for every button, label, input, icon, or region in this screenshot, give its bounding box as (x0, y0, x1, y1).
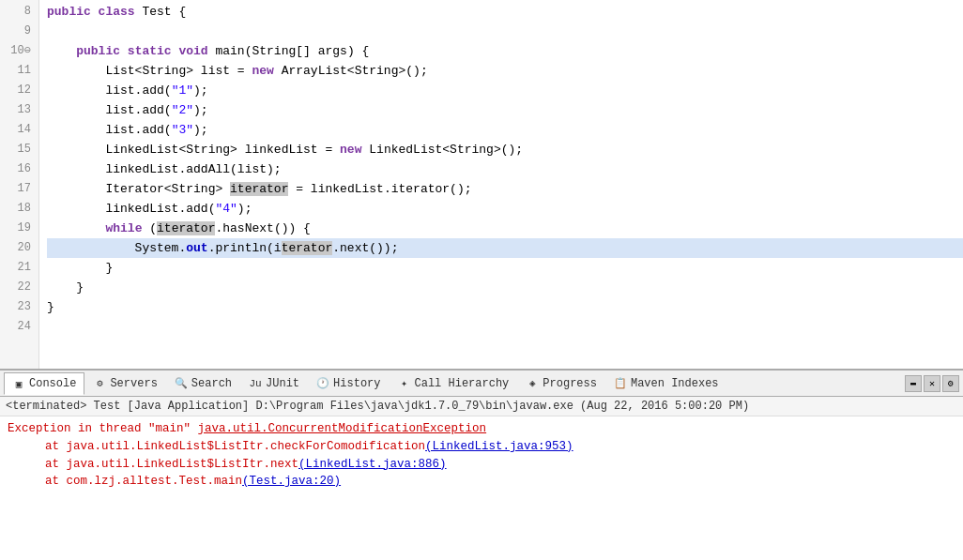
line-number: 18 (8, 199, 31, 219)
line-number: 20 (8, 238, 31, 258)
line-number: 17 (8, 179, 31, 199)
maven-icon: 📋 (614, 377, 627, 390)
close-console-button[interactable]: ✕ (924, 375, 940, 392)
tab-maven-indexes[interactable]: 📋Maven Indexes (605, 372, 727, 395)
line-numbers: 8910⊖1112131415161718192021222324 (0, 0, 39, 369)
line-number: 12 (8, 81, 31, 100)
code-line: } (47, 297, 963, 317)
tab-history[interactable]: 🕐History (308, 372, 389, 395)
code-line: Iterator<String> iterator = linkedList.i… (47, 179, 963, 199)
stack-prefix: at java.util.LinkedList$ListItr.checkFor… (45, 440, 425, 453)
code-editor[interactable]: 8910⊖1112131415161718192021222324 public… (0, 0, 963, 371)
stack-link[interactable]: (LinkedList.java:953) (425, 440, 573, 453)
code-line: list.add("3"); (47, 120, 963, 140)
code-line: list.add("2"); (47, 100, 963, 120)
search-icon: 🔍 (175, 377, 188, 390)
tab-label: Servers (110, 377, 157, 390)
tab-progress[interactable]: ◈Progress (517, 372, 605, 395)
console-line: at java.util.LinkedList$ListItr.checkFor… (8, 438, 955, 456)
stack-prefix: at com.lzj.alltest.Test.main (45, 475, 242, 488)
code-line: List<String> list = new ArrayList<String… (47, 61, 963, 81)
line-number: 9 (8, 22, 31, 41)
code-content[interactable]: public class Test { public static void m… (39, 0, 963, 369)
console-line: Exception in thread "main" java.util.Con… (8, 420, 955, 438)
line-number: 16 (8, 159, 31, 179)
console-output[interactable]: Exception in thread "main" java.util.Con… (0, 416, 963, 560)
tab-controls: ▬✕⚙ (905, 375, 959, 392)
code-line: while (iterator.hasNext()) { (47, 219, 963, 238)
tab-label: Console (29, 377, 76, 390)
tab-servers[interactable]: ⚙Servers (84, 372, 165, 395)
line-number: 15 (8, 140, 31, 159)
tab-bar: ▣Console⚙Servers🔍SearchJuJUnit🕐History✦C… (0, 371, 963, 397)
code-line: public class Test { (47, 2, 963, 22)
console-header: <terminated> Test [Java Application] D:\… (0, 397, 963, 416)
line-number: 14 (8, 120, 31, 140)
call-icon: ✦ (398, 377, 411, 390)
code-line: linkedList.addAll(list); (47, 159, 963, 179)
minimize-button[interactable]: ▬ (905, 375, 922, 392)
tab-junit[interactable]: JuJUnit (240, 372, 308, 395)
line-number: 24 (8, 317, 31, 337)
console-line: at com.lzj.alltest.Test.main(Test.java:2… (8, 473, 955, 491)
code-line (47, 317, 963, 337)
line-number: 19 (8, 219, 31, 238)
tab-call-hierarchy[interactable]: ✦Call Hierarchy (390, 372, 518, 395)
code-line: } (47, 258, 963, 278)
console-area: ▣Console⚙Servers🔍SearchJuJUnit🕐History✦C… (0, 371, 963, 560)
stack-prefix: at java.util.LinkedList$ListItr.next (45, 458, 298, 471)
tab-label: Maven Indexes (631, 377, 719, 390)
tab-label: Progress (543, 377, 597, 390)
code-line: LinkedList<String> linkedList = new Link… (47, 140, 963, 159)
console-line: at java.util.LinkedList$ListItr.next(Lin… (8, 456, 955, 474)
line-number: 23 (8, 297, 31, 317)
code-line (47, 22, 963, 41)
progress-icon: ◈ (526, 377, 539, 390)
line-number: 13 (8, 100, 31, 120)
junit-icon: Ju (249, 377, 262, 390)
code-line: public static void main(String[] args) { (47, 41, 963, 61)
tab-label: Call Hierarchy (415, 377, 510, 390)
code-line: linkedList.add("4"); (47, 199, 963, 219)
history-icon: 🕐 (316, 377, 329, 390)
tab-search[interactable]: 🔍Search (166, 372, 240, 395)
stack-link[interactable]: (LinkedList.java:886) (298, 458, 447, 471)
code-line: list.add("1"); (47, 81, 963, 100)
console-icon: ▣ (12, 377, 25, 390)
stack-link[interactable]: (Test.java:20) (242, 475, 341, 488)
tab-label: History (333, 377, 380, 390)
servers-icon: ⚙ (93, 377, 106, 390)
line-number: 21 (8, 258, 31, 278)
line-number: 8 (8, 2, 31, 22)
code-line: } (47, 278, 963, 297)
tab-label: Search (191, 377, 232, 390)
exception-prefix: Exception in thread "main" (8, 422, 198, 435)
line-number: 22 (8, 278, 31, 297)
exception-link[interactable]: java.util.ConcurrentModificationExceptio… (198, 422, 487, 435)
code-line: System.out.println(iterator.next()); (47, 238, 963, 258)
line-number: 10⊖ (8, 41, 31, 61)
tab-console[interactable]: ▣Console (4, 372, 84, 395)
settings-button[interactable]: ⚙ (942, 375, 959, 392)
tab-label: JUnit (266, 377, 299, 390)
line-number: 11 (8, 61, 31, 81)
